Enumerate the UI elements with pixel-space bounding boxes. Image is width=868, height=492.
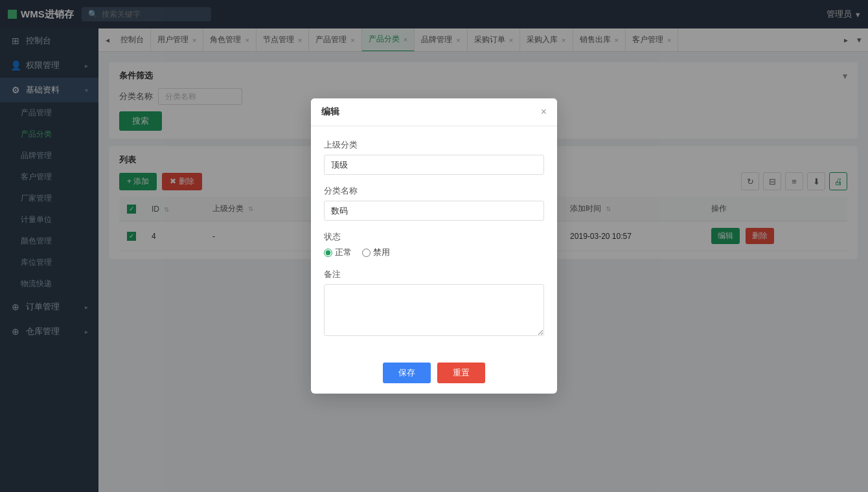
remark-label: 备注 [324,269,544,280]
form-group-parent-category: 上级分类 [324,139,544,175]
form-group-category-name: 分类名称 [324,185,544,221]
modal-body: 上级分类 分类名称 状态 正常 禁用 [311,126,557,355]
modal-reset-btn[interactable]: 重置 [437,363,485,383]
modal-footer: 保存 重置 [311,355,557,394]
status-disabled-radio[interactable] [362,249,371,257]
status-disabled-radio-label[interactable]: 禁用 [362,247,390,258]
status-normal-radio-label[interactable]: 正常 [324,247,352,258]
modal-close-btn[interactable]: × [541,107,547,117]
category-name-input[interactable] [324,201,544,221]
status-normal-text: 正常 [335,247,352,258]
status-radio-group: 正常 禁用 [324,247,544,258]
status-disabled-text: 禁用 [373,247,390,258]
modal-dialog: 编辑 × 上级分类 分类名称 状态 正常 [311,98,557,394]
parent-category-input[interactable] [324,155,544,175]
form-group-status: 状态 正常 禁用 [324,231,544,258]
status-normal-radio[interactable] [324,249,332,257]
modal-save-btn[interactable]: 保存 [383,363,431,383]
remark-textarea[interactable] [324,284,544,336]
status-label: 状态 [324,231,544,243]
parent-category-label: 上级分类 [324,139,544,151]
modal-title: 编辑 [321,106,339,118]
modal-overlay: 编辑 × 上级分类 分类名称 状态 正常 [0,0,868,492]
form-group-remark: 备注 [324,269,544,338]
category-name-label: 分类名称 [324,185,544,197]
modal-header: 编辑 × [311,98,557,126]
